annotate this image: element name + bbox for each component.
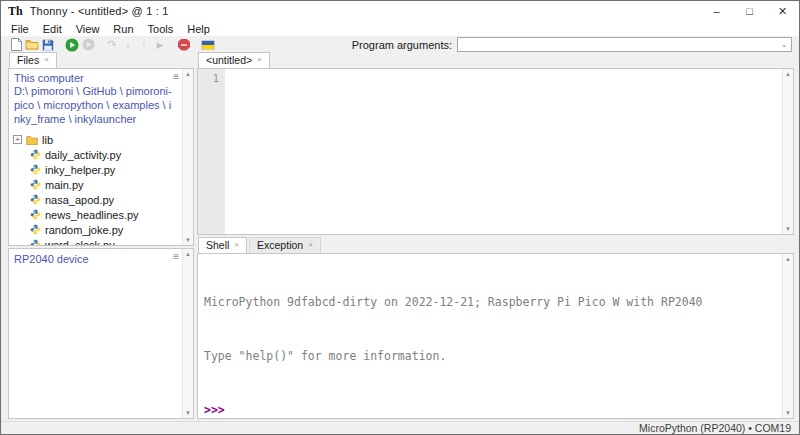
python-file-icon [30,224,41,235]
window-title: Thonny - <untitled> @ 1 : 1 [30,5,169,17]
save-icon[interactable] [40,37,56,52]
file-name: word_clock.py [45,239,115,246]
files-root-label[interactable]: This computer [9,69,181,84]
python-file-icon [30,239,41,245]
scroll-up-icon[interactable]: ▲ [785,71,791,77]
stop-icon[interactable] [176,37,192,52]
toolbar: ↷ ↓ ↑ ▶ Program arguments: ⌄ [1,36,799,53]
file-row[interactable]: nasa_apod.py [9,192,181,207]
file-name: daily_activity.py [45,149,121,161]
scroll-up-icon[interactable]: ▲ [785,256,791,262]
menu-view[interactable]: View [69,23,107,35]
chevron-down-icon[interactable]: ⌄ [777,41,791,48]
tab-files-label: Files [17,54,39,66]
line-number: 1 [198,72,219,85]
tree-row-lib[interactable]: + lib [9,132,181,147]
program-arguments: Program arguments: ⌄ [352,37,792,52]
resume-icon: ▶ [152,37,168,52]
file-name: main.py [45,179,84,191]
shell-prompt: >>> [204,401,775,419]
new-file-icon[interactable] [8,37,24,52]
main-area: Files × This computer D:\ pimoroni \ Git… [1,53,799,421]
step-over-icon: ↷ [104,37,120,52]
files-tabs-row: Files × [8,53,194,68]
program-arguments-combobox[interactable]: ⌄ [457,37,792,52]
thonny-logo-icon: Th [8,4,23,19]
close-tab-icon[interactable]: × [44,56,49,64]
device-panel: RP2040 device ≡ ▲ ▼ [8,248,194,419]
debug-icon [80,37,96,52]
ukraine-flag-icon[interactable] [200,37,216,52]
shell-panel[interactable]: MicroPython 9dfabcd-dirty on 2022-12-21;… [197,253,794,419]
shell-line: Type "help()" for more information. [204,347,775,365]
scroll-up-icon[interactable]: ▲ [185,251,191,257]
file-name: news_headlines.py [45,209,139,221]
device-panel-label[interactable]: RP2040 device [9,249,181,265]
editor-scrollbar[interactable]: ▲ ▼ [782,69,793,234]
tab-shell-label: Shell [206,239,229,251]
code-area[interactable] [225,69,793,234]
scroll-down-icon[interactable]: ▼ [785,410,791,416]
file-name: nasa_apod.py [45,194,114,206]
tab-exception-label: Exception [257,239,303,251]
device-scrollbar[interactable]: ▲ ▼ [182,249,193,418]
scroll-down-icon[interactable]: ▼ [185,237,191,243]
step-into-icon: ↓ [120,37,136,52]
menu-tools[interactable]: Tools [141,23,181,35]
menu-help[interactable]: Help [180,23,217,35]
code-editor[interactable]: 1 ▲ ▼ [197,68,794,235]
file-name: random_joke.py [45,224,123,236]
python-file-icon [30,179,41,190]
window-controls: – □ ✕ [700,1,799,21]
shell-line: MicroPython 9dfabcd-dirty on 2022-12-21;… [204,293,775,311]
files-path[interactable]: D:\ pimoroni \ GitHub \ pimoroni-pico \ … [9,84,181,126]
menu-run[interactable]: Run [106,23,140,35]
editor-tabs-row: <untitled> × [197,53,794,68]
line-number-gutter: 1 [198,69,225,234]
step-out-icon: ↑ [136,37,152,52]
close-tab-icon[interactable]: × [257,56,262,64]
maximize-button[interactable]: □ [733,1,766,21]
scroll-down-icon[interactable]: ▼ [185,410,191,416]
file-row[interactable]: word_clock.py [9,237,181,245]
device-panel-content: RP2040 device [9,249,181,418]
close-tab-icon[interactable]: × [308,241,313,249]
close-button[interactable]: ✕ [766,1,799,21]
shell-tabs-row: Shell × Exception × [197,238,794,253]
tab-untitled-label: <untitled> [206,54,252,66]
minimize-button[interactable]: – [700,1,733,21]
menu-file[interactable]: File [4,23,36,35]
shell-output: MicroPython 9dfabcd-dirty on 2022-12-21;… [198,254,781,418]
right-column: <untitled> × 1 ▲ ▼ Shell × [197,53,794,419]
file-row[interactable]: news_headlines.py [9,207,181,222]
python-file-icon [30,149,41,160]
thonny-window: Th Thonny - <untitled> @ 1 : 1 – □ ✕ Fil… [0,0,800,435]
files-panel-content: This computer D:\ pimoroni \ GitHub \ pi… [9,69,181,245]
program-arguments-label: Program arguments: [352,39,452,51]
file-row[interactable]: daily_activity.py [9,147,181,162]
menu-bar: File Edit View Run Tools Help [1,21,799,36]
file-row[interactable]: inky_helper.py [9,162,181,177]
python-file-icon [30,209,41,220]
open-folder-icon[interactable] [24,37,40,52]
tab-files[interactable]: Files × [9,52,57,68]
menu-edit[interactable]: Edit [36,23,69,35]
python-file-icon [30,164,41,175]
scroll-down-icon[interactable]: ▼ [785,226,791,232]
python-file-icon [30,194,41,205]
files-tree: + lib daily_activity.py inky [9,132,181,245]
program-arguments-input[interactable] [458,39,777,50]
tab-exception[interactable]: Exception × [249,237,321,253]
run-icon[interactable] [64,37,80,52]
file-row[interactable]: random_joke.py [9,222,181,237]
panel-menu-icon[interactable]: ≡ [173,72,179,82]
files-scrollbar[interactable]: ▲ ▼ [182,69,193,245]
tab-shell[interactable]: Shell × [198,237,247,253]
expand-icon[interactable]: + [13,135,22,144]
panel-menu-icon[interactable]: ≡ [173,252,179,262]
scroll-up-icon[interactable]: ▲ [185,71,191,77]
tab-untitled[interactable]: <untitled> × [198,52,270,68]
close-tab-icon[interactable]: × [234,241,239,249]
file-row[interactable]: main.py [9,177,181,192]
shell-scrollbar[interactable]: ▲ ▼ [782,254,793,418]
